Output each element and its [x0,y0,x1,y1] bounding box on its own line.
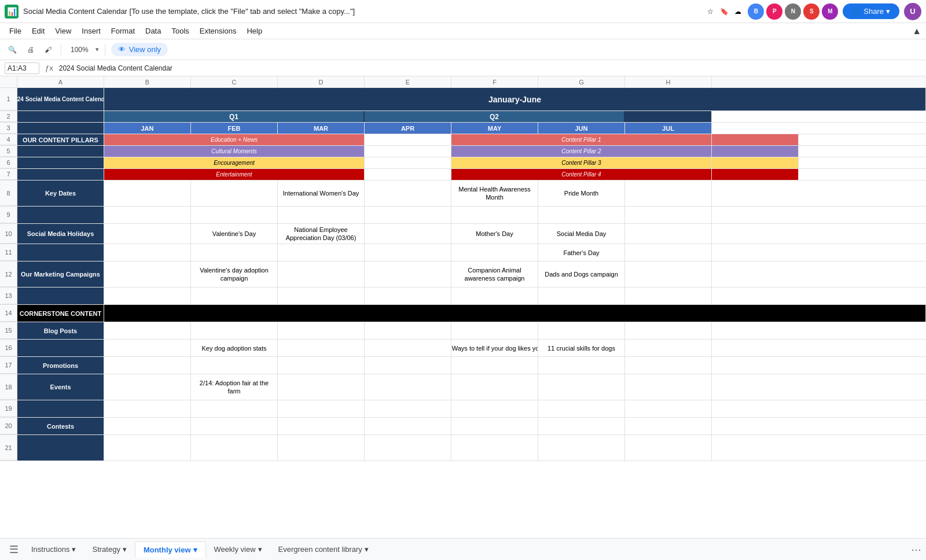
avatar-4: S [803,3,820,20]
view-only-button[interactable]: 👁 View only [111,43,168,56]
cell-h8 [625,180,712,206]
cell-h20 [625,418,712,434]
bookmark-icon[interactable]: 🔖 [719,6,729,17]
menu-data[interactable]: Data [141,25,166,37]
menu-edit[interactable]: Edit [27,25,49,37]
cell-b18 [104,374,191,400]
cell-e21 [365,435,451,460]
cell-b10 [104,224,191,244]
zoom-selector[interactable]: 100% [67,44,92,56]
col-header-f: F [451,76,538,87]
cell-d10: National Employee Appreciation Day (03/0… [278,224,365,244]
menu-bar: File Edit View Insert Format Data Tools … [0,23,926,39]
divider-2 [105,44,105,56]
cell-may: MAY [451,123,538,134]
cell-reference[interactable]: A1:A3 [5,62,39,74]
share-button[interactable]: 👤 Share ▾ [843,3,899,19]
row-num-19: 19 [0,400,17,417]
cell-contests-21 [17,435,104,460]
cell-january-june[interactable]: January-June [104,88,926,110]
cell-pillars-6 [17,157,104,168]
tab-evergreen[interactable]: Evergreen content library ▾ [270,541,377,557]
row-num-header [0,76,17,87]
cell-h12 [625,261,712,287]
cell-c10: Valentine's Day [191,224,278,244]
cell-h10 [625,224,712,244]
cell-q1: Q1 [104,111,365,122]
print-button[interactable]: 🖨 [24,44,38,56]
star-icon[interactable]: ☆ [705,6,715,17]
row-num-12: 12 [0,261,17,287]
sheets-nav[interactable]: ⋯ [911,543,921,556]
menu-extensions[interactable]: Extensions [195,25,241,37]
cell-cp1: Content Pillar 1 [451,134,712,145]
search-button[interactable]: 🔍 [5,44,20,56]
app-icon: 📊 [5,5,19,19]
menu-file[interactable]: File [5,25,26,37]
cell-a1[interactable]: 2024 Social Media Content Calendar [17,88,104,110]
cell-events-18: Events [17,374,104,400]
table-row: 1 2024 Social Media Content Calendar Jan… [0,88,926,111]
cell-events-19 [17,400,104,417]
cell-h5 [712,146,799,157]
cell-h6 [712,157,799,168]
cell-cornerstone-span [104,305,926,322]
collapse-arrow[interactable]: ▲ [912,26,921,36]
cell-b11 [104,244,191,261]
tab-weekly-view[interactable]: Weekly view ▾ [206,541,270,557]
cell-d20 [278,418,365,434]
cell-f20 [451,418,538,434]
table-row: 20 Contests [0,418,926,435]
row-num-11: 11 [0,244,17,261]
cell-mar: MAR [278,123,365,134]
table-row: 15 Blog Posts [0,322,926,340]
cell-e16 [365,340,451,356]
cell-b9 [104,207,191,223]
cell-d15 [278,322,365,339]
cell-h18 [625,374,712,400]
col-header-e: E [365,76,451,87]
tab-monthly-view[interactable]: Monthly view ▾ [135,541,206,558]
cell-d13 [278,288,365,304]
cell-cp3: Content Pillar 3 [451,157,712,168]
user-avatar[interactable]: U [904,3,921,20]
cell-f16: 7 Ways to tell if your dog likes you [451,340,538,356]
table-row: 12 Our Marketing Campaigns Valentine's d… [0,261,926,288]
cell-e19 [365,400,451,417]
add-sheet-button[interactable]: ☰ [5,541,23,558]
cell-g17 [538,357,625,374]
table-row: 10 Social Media Holidays Valentine's Day… [0,224,926,244]
menu-help[interactable]: Help [242,25,267,37]
table-row: 21 [0,435,926,461]
paint-format-button[interactable]: 🖌 [41,44,55,56]
cell-h2 [625,111,712,122]
cell-c21 [191,435,278,460]
col-header-a: A [17,76,104,87]
cell-cultural: Cultural Moments [104,146,365,157]
tab-strategy[interactable]: Strategy ▾ [84,541,134,557]
row-num-9: 9 [0,207,17,223]
top-bar: 📊 Social Media Content Calendar [To use … [0,0,926,23]
title-icons: ☆ 🔖 ☁ [705,6,743,17]
cell-key-dates-8: Key Dates [17,180,104,206]
cloud-icon[interactable]: ☁ [733,6,743,17]
cell-b12 [104,261,191,287]
cell-e4 [365,134,451,145]
menu-tools[interactable]: Tools [167,25,193,37]
cell-h19 [625,400,712,417]
cell-campaigns-12: Our Marketing Campaigns [17,261,104,287]
cell-c18: 2/14: Adoption fair at the farm [191,374,278,400]
menu-insert[interactable]: Insert [77,25,105,37]
menu-format[interactable]: Format [106,25,139,37]
cell-c13 [191,288,278,304]
cell-g10: Social Media Day [538,224,625,244]
cell-h13 [625,288,712,304]
zoom-arrow[interactable]: ▾ [95,46,99,53]
cell-e10 [365,224,451,244]
tab-instructions[interactable]: Instructions ▾ [23,541,84,557]
function-icon: ƒx [45,64,53,72]
cell-e18 [365,374,451,400]
menu-view[interactable]: View [50,25,76,37]
cell-f11 [451,244,538,261]
cell-g18 [538,374,625,400]
